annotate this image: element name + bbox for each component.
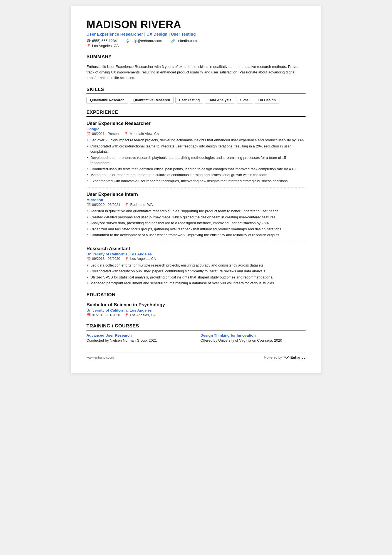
job-date: 📅 09/2018 - 05/2020 [86,257,120,261]
calendar-icon: 📅 [86,132,91,136]
skills-section: SKILLS Qualitative ResearchQuantitative … [86,87,306,103]
footer-powered: Powered by Enhancv [264,355,306,360]
education-section-title: EDUCATION [86,292,306,299]
job-date: 📅 06/2020 - 05/2021 [86,203,120,207]
skills-list: Qualitative ResearchQuantitative Researc… [86,97,306,103]
email-address: help@enhancv.com [130,39,162,43]
calendar-icon: 📅 [86,203,91,207]
job-entry: Research Assistant University of Califor… [86,246,306,286]
bullet-item: Managed participant recruitment and sche… [86,280,306,286]
job-meta: 📅 06/2020 - 05/2021 📍 Redmond, WA [86,203,306,207]
edu-calendar-icon: 📅 [86,313,91,317]
candidate-title: User Experience Researcher | UX Design |… [86,32,306,36]
company-name: Google [86,127,306,131]
skill-badge: User Testing [175,97,204,103]
bullet-item: Collaborated with cross-functional teams… [86,144,306,154]
calendar-icon: 📅 [86,257,91,261]
course-description: Offered by University of Virginia on Cou… [200,338,306,343]
location-text: Los Angeles, CA [92,44,119,48]
company-name: Microsoft [86,198,306,202]
edu-meta: 📅 01/2016 - 01/2020 📍 Los Angeles, CA [86,313,306,317]
bullet-item: Led over 25 high-impact research project… [86,137,306,143]
summary-text: Enthusiastic User Experience Researcher … [86,64,306,81]
bullet-item: Led data collection efforts for multiple… [86,263,306,268]
edu-location: 📍 Los Angeles, CA [125,313,156,317]
bullet-item: Contributed to the development of a user… [86,232,306,238]
resume-page: MADISON RIVERA User Experience Researche… [71,6,321,373]
enhancv-brand: Enhancv [284,355,306,360]
bullet-item: Organized and facilitated focus groups, … [86,226,306,232]
bullet-item: Assisted in qualitative and quantitative… [86,208,306,214]
education-section: EDUCATION Bachelor of Science in Psychol… [86,292,306,317]
location-pin-icon: 📍 [86,44,91,48]
job-meta: 📅 06/2021 - Present 📍 Mountain View, CA [86,132,306,136]
linkedin-icon: 🔗 [171,39,175,43]
edu-date: 📅 01/2016 - 01/2020 [86,313,120,317]
training-section-title: TRAINING / COURSES [86,323,306,330]
skill-badge: Data Analysis [205,97,235,103]
location-pin-icon: 📍 [125,257,129,261]
job-date: 📅 06/2021 - Present [86,132,120,136]
enhancv-logo-icon [284,355,290,360]
summary-section-title: SUMMARY [86,54,306,61]
skills-section-title: SKILLS [86,87,306,94]
linkedin-url: linkedin.com [177,39,197,43]
job-location: 📍 Los Angeles, CA [125,257,156,261]
edu-degree: Bachelor of Science in Psychology [86,302,306,308]
bullet-list: Assisted in qualitative and quantitative… [86,208,306,238]
bullet-item: Experimented with innovative user resear… [86,178,306,184]
course-description: Conducted by Nielsen Norman Group, 2021 [86,338,192,343]
jobs-container: User Experience Researcher Google 📅 06/2… [86,121,306,286]
courses-grid: Advanced User Research Conducted by Niel… [86,333,306,343]
bullet-item: Utilized SPSS for statistical analysis, … [86,275,306,280]
job-title: User Experience Intern [86,192,306,197]
edu-location-icon: 📍 [125,313,129,317]
header: MADISON RIVERA User Experience Researche… [86,19,306,48]
experience-section-title: EXPERIENCE [86,110,306,117]
phone-icon: ☎ [86,39,91,43]
bullet-list: Led over 25 high-impact research project… [86,137,306,184]
job-entry: User Experience Researcher Google 📅 06/2… [86,121,306,188]
bullet-item: Conducted usability tests that identifie… [86,166,306,172]
bullet-item: Mentored junior researchers, fostering a… [86,172,306,178]
skill-badge: SPSS [237,97,253,103]
summary-section: SUMMARY Enthusiastic User Experience Res… [86,54,306,81]
course-name: Advanced User Research [86,333,192,337]
location-pin-icon: 📍 [124,132,128,136]
phone-number: (555) 555-1234 [92,39,117,43]
job-location: 📍 Mountain View, CA [124,132,159,136]
email-contact: @ help@enhancv.com [126,39,162,43]
footer-url: www.enhancv.com [86,356,114,359]
job-entry: User Experience Intern Microsoft 📅 06/20… [86,192,306,242]
location-contact: 📍 Los Angeles, CA [86,44,306,48]
experience-section: EXPERIENCE User Experience Researcher Go… [86,110,306,286]
job-meta: 📅 09/2018 - 05/2020 📍 Los Angeles, CA [86,257,306,261]
course-name: Design Thinking for Innovation [200,333,306,337]
bullet-list: Led data collection efforts for multiple… [86,263,306,286]
skill-badge: Qualitative Research [86,97,128,103]
edu-institution: University of California, Los Angeles [86,308,306,312]
contact-row: ☎ (555) 555-1234 @ help@enhancv.com 🔗 li… [86,39,306,43]
candidate-name: MADISON RIVERA [86,19,306,31]
job-title: User Experience Researcher [86,121,306,126]
job-location: 📍 Redmond, WA [125,203,153,207]
powered-by-label: Powered by [264,356,282,359]
training-section: TRAINING / COURSES Advanced User Researc… [86,323,306,343]
bullet-item: Analyzed survey data, presenting finding… [86,220,306,226]
skill-badge: UX Design [255,97,279,103]
course-item: Design Thinking for Innovation Offered b… [200,333,306,343]
phone-contact: ☎ (555) 555-1234 [86,39,117,43]
company-name: University of California, Los Angeles [86,252,306,256]
bullet-item: Developed a comprehensive research playb… [86,155,306,166]
email-icon: @ [126,39,129,43]
course-item: Advanced User Research Conducted by Niel… [86,333,192,343]
location-pin-icon: 📍 [125,203,129,207]
bullet-item: Collaborated with faculty on published p… [86,268,306,274]
skill-badge: Quantitative Research [130,97,174,103]
bullet-item: Created detailed personas and user journ… [86,214,306,220]
linkedin-contact: 🔗 linkedin.com [171,39,197,43]
page-footer: www.enhancv.com Powered by Enhancv [86,352,306,360]
job-title: Research Assistant [86,246,306,251]
